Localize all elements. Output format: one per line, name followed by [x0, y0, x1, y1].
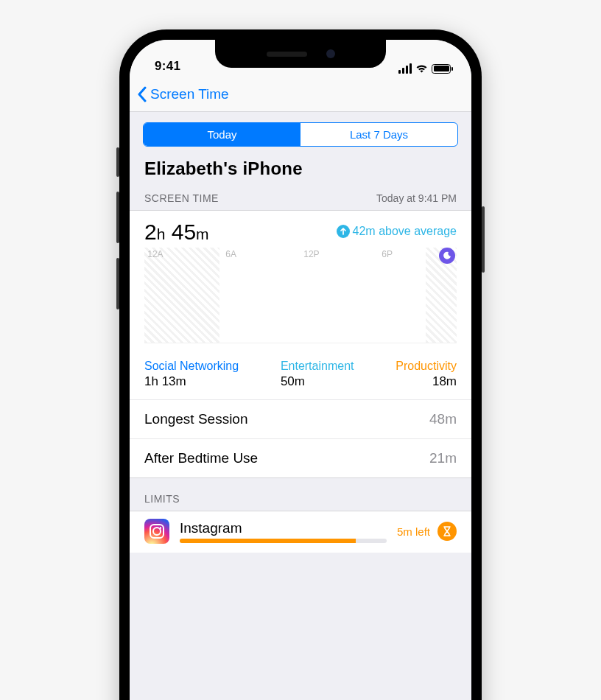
limit-row-instagram[interactable]: Instagram 5m left	[130, 511, 471, 553]
status-time: 9:41	[155, 59, 180, 74]
section-timestamp: Today at 9:41 PM	[376, 192, 457, 204]
section-header: SCREEN TIME Today at 9:41 PM	[130, 191, 471, 210]
category-breakdown: Social Networking 1h 13m Entertainment 5…	[130, 354, 471, 400]
category-entertainment[interactable]: Entertainment 50m	[281, 360, 354, 389]
instagram-app-icon	[144, 519, 169, 544]
device-title: Elizabeth's iPhone	[130, 154, 471, 191]
chevron-left-icon	[137, 86, 147, 102]
average-delta: 42m above average	[337, 225, 457, 238]
notch	[215, 40, 386, 68]
back-button[interactable]: Screen Time	[137, 86, 229, 102]
content-scroller[interactable]: Today Last 7 Days Elizabeth's iPhone SCR…	[130, 112, 471, 700]
back-label: Screen Time	[150, 86, 229, 102]
category-social[interactable]: Social Networking 1h 13m	[144, 360, 239, 389]
stat-longest-session[interactable]: Longest Session 48m	[130, 400, 471, 439]
category-productivity[interactable]: Productivity 18m	[396, 360, 457, 389]
total-time: 2h 45m	[144, 220, 209, 245]
screen-time-card: 2h 45m 42m above average	[130, 210, 471, 478]
hourglass-icon	[437, 522, 457, 541]
battery-icon	[432, 64, 451, 74]
screen: 9:41 Screen Time Today Last 7 Days Eliza…	[130, 40, 471, 700]
nav-bar: Screen Time	[130, 77, 471, 112]
limits-section-label: LIMITS	[130, 478, 471, 511]
limit-progress-bar	[180, 539, 387, 543]
limit-remaining: 5m left	[397, 525, 430, 538]
arrow-up-icon	[337, 225, 350, 238]
segment-last-7-days[interactable]: Last 7 Days	[300, 123, 457, 146]
phone-frame: 9:41 Screen Time Today Last 7 Days Eliza…	[119, 29, 482, 700]
wifi-icon	[415, 64, 428, 74]
section-label: SCREEN TIME	[144, 192, 219, 204]
limit-app-name: Instagram	[180, 520, 387, 536]
cellular-signal-icon	[398, 63, 412, 74]
stat-after-bedtime[interactable]: After Bedtime Use 21m	[130, 439, 471, 477]
segment-today[interactable]: Today	[144, 123, 300, 146]
usage-chart[interactable]: 12A6A12P6P	[130, 248, 471, 354]
time-range-segment: Today Last 7 Days	[143, 122, 458, 147]
